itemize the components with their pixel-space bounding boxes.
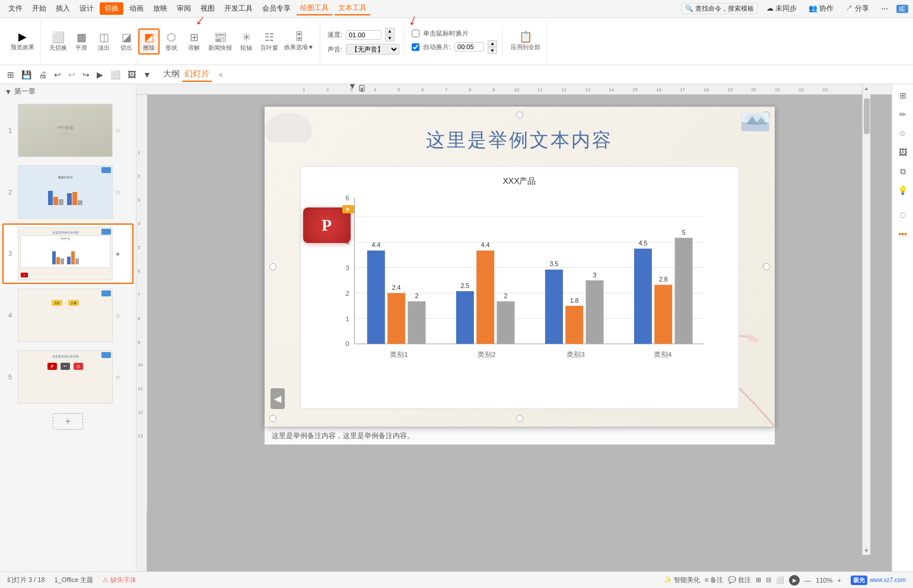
quick-image-icon[interactable]: 🖼 xyxy=(125,69,138,81)
speed-input[interactable] xyxy=(346,30,381,40)
shape-btn[interactable]: ⬡ 形状 xyxy=(161,30,182,53)
slide-item-4[interactable]: 4 流程 → 步骤 ☆ xyxy=(2,285,133,346)
handle-right[interactable] xyxy=(763,263,770,270)
slide-1-star-icon[interactable]: ☆ xyxy=(115,127,120,134)
menu-view[interactable]: 视图 xyxy=(197,2,218,15)
rt-star-btn[interactable]: ☆ xyxy=(894,124,912,142)
fade-btn[interactable]: ◫ 淡出 xyxy=(93,30,114,53)
tab-collapse-icon[interactable]: « xyxy=(217,69,225,80)
menu-vip[interactable]: 会员专享 xyxy=(259,2,294,15)
preview-btn[interactable]: ▶ 预览效果 xyxy=(8,30,37,53)
news-btn[interactable]: 📰 新闻快报 xyxy=(206,30,234,53)
auto-switch-checkbox[interactable] xyxy=(412,43,419,51)
chapter-collapse-icon[interactable]: ▼ xyxy=(5,88,12,96)
single-click-checkbox[interactable] xyxy=(412,30,419,37)
svg-text:0: 0 xyxy=(345,340,349,347)
speed-up-btn[interactable]: ▲ xyxy=(385,28,395,34)
view-normal-btn[interactable]: ⊞ xyxy=(756,576,761,584)
zoom-out-btn[interactable]: — xyxy=(804,577,811,584)
svg-text:6: 6 xyxy=(345,194,349,202)
menu-start[interactable]: 开始 xyxy=(28,2,50,15)
auto-switch-down-btn[interactable]: ▼ xyxy=(488,47,497,54)
tab-slides[interactable]: 幻灯片 xyxy=(182,68,212,82)
slide-4-star-icon[interactable]: ☆ xyxy=(115,312,120,319)
rt-dots-btn[interactable]: ••• xyxy=(894,225,912,243)
more-menu-btn[interactable]: ⋯ xyxy=(877,4,892,14)
smooth-btn[interactable]: ▦ 平滑 xyxy=(71,30,92,53)
menu-switch[interactable]: 切换 xyxy=(100,2,123,15)
tab-outline[interactable]: 大纲 xyxy=(161,68,182,82)
menu-file[interactable]: 文件 xyxy=(5,2,26,15)
scrollbar-v[interactable]: ▲ ▼ xyxy=(862,95,870,555)
slide-num-1: 1 xyxy=(8,127,18,134)
view-grid-btn[interactable]: ⊟ xyxy=(766,576,771,584)
sound-select[interactable]: 【无声音】 xyxy=(346,44,399,55)
search-box[interactable]: 🔍 查找命令，搜索模板 xyxy=(681,3,758,14)
slide-5-star-icon[interactable]: ☆ xyxy=(115,374,120,381)
rt-lightbulb-btn[interactable]: 💡 xyxy=(894,181,912,199)
slide-item-2[interactable]: 2 图表幻灯片 ☆ xyxy=(2,162,133,222)
share-btn[interactable]: ↗ 分享 xyxy=(842,2,872,15)
quick-frame-icon[interactable]: ⬜ xyxy=(108,69,123,81)
quick-undo-icon[interactable]: ↩ xyxy=(52,69,63,81)
menu-text-tools[interactable]: 文本工具 xyxy=(335,2,370,15)
slide-item-3[interactable]: 3 这里是举例文本内容 XXX产品 xyxy=(2,223,133,284)
menu-draw-tools[interactable]: 绘图工具 xyxy=(297,2,332,15)
smart-beautify-btn[interactable]: ✨ 智能美化 xyxy=(664,576,700,584)
slide-canvas-area[interactable]: 这里是举例文本内容 XXX产品 xyxy=(147,95,892,571)
quick-redo-icon[interactable]: ↪ xyxy=(80,69,92,81)
menu-review[interactable]: 审阅 xyxy=(173,2,195,15)
quick-undo2-icon[interactable]: ↩ xyxy=(66,69,78,81)
apply-all-btn[interactable]: 📋 应用到全部 xyxy=(508,30,543,53)
handle-left[interactable] xyxy=(269,263,276,270)
speed-down-btn[interactable]: ▼ xyxy=(385,35,395,41)
effects-btn[interactable]: 🎛 效果选项▼ xyxy=(282,30,316,53)
font-warning[interactable]: ⚠ 缺失字体 xyxy=(103,576,136,584)
svg-text:11: 11 xyxy=(138,386,143,391)
smooth-icon: ▦ xyxy=(77,31,87,44)
rt-pencil-btn[interactable]: ✏ xyxy=(894,106,912,123)
add-slide-btn[interactable]: + xyxy=(53,413,83,430)
rt-image-btn[interactable]: 🖼 xyxy=(894,143,912,161)
menu-play[interactable]: 放映 xyxy=(149,2,171,15)
blinds-btn[interactable]: ☷ 百叶窗 xyxy=(258,30,281,53)
scroll-thumb[interactable] xyxy=(864,98,870,134)
sync-btn[interactable]: ☁ 未同步 xyxy=(763,2,800,15)
handle-bl[interactable] xyxy=(269,415,276,422)
rt-layers-btn[interactable]: ⊞ xyxy=(894,87,912,104)
quick-grid-icon[interactable]: ⊞ xyxy=(5,69,17,81)
quick-print-icon[interactable]: 🖨 xyxy=(36,69,49,81)
zoom-in-btn[interactable]: + xyxy=(837,577,841,584)
slide-4-icons: ☆ xyxy=(115,312,120,319)
notes-btn[interactable]: ≡ 备注 xyxy=(705,576,723,584)
comment-btn[interactable]: 💬 批注 xyxy=(728,576,751,584)
handle-tl[interactable] xyxy=(516,111,523,119)
menu-insert[interactable]: 插入 xyxy=(52,2,74,15)
quick-save-icon[interactable]: 💾 xyxy=(19,69,34,81)
dissolve-btn[interactable]: ⊞ 溶解 xyxy=(183,30,205,53)
view-read-btn[interactable]: ⬜ xyxy=(776,576,784,584)
slide-title[interactable]: 这里是举例文本内容 xyxy=(265,127,775,154)
nav-left-btn[interactable]: ◀ xyxy=(271,388,285,409)
menu-design[interactable]: 设计 xyxy=(76,2,97,15)
slide-3-star-icon[interactable]: ★ xyxy=(115,251,120,257)
auto-switch-input[interactable] xyxy=(454,42,484,52)
collab-btn[interactable]: 👥 协作 xyxy=(805,2,837,15)
wipe-btn[interactable]: ◩ 擦除 xyxy=(138,28,160,55)
slide-item-1[interactable]: 1 PPT标题 PPT ☆ xyxy=(2,100,133,161)
quick-play-icon[interactable]: ▶ xyxy=(94,69,106,81)
scroll-down-btn[interactable]: ▼ xyxy=(863,547,870,555)
rt-copy-btn[interactable]: ⧉ xyxy=(894,162,912,180)
no-switch-btn[interactable]: ⬜ 无切换 xyxy=(47,30,69,53)
handle-br[interactable] xyxy=(516,415,523,422)
auto-switch-up-btn[interactable]: ▲ xyxy=(488,40,497,47)
slide-item-5[interactable]: 5 这里是举例文本内容 P ↩ O ☆ xyxy=(2,347,133,407)
wheel-btn[interactable]: ✳ 轮辐 xyxy=(236,30,257,53)
slide-2-star-icon[interactable]: ☆ xyxy=(115,189,120,196)
menu-animation[interactable]: 动画 xyxy=(126,2,147,15)
cut-btn[interactable]: ◪ 切出 xyxy=(116,30,137,53)
notes-area[interactable]: 这里是举例备注内容，这里是举例备注内容。 xyxy=(265,427,775,445)
menu-dev[interactable]: 开发工具 xyxy=(221,2,256,15)
play-btn[interactable]: ▶ xyxy=(789,575,800,586)
quick-more-icon[interactable]: ▼ xyxy=(141,69,154,81)
